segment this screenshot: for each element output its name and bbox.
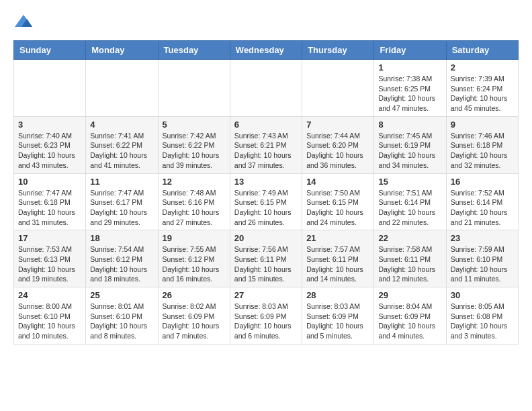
day-info: Sunrise: 8:00 AM Sunset: 6:10 PM Dayligh… <box>18 302 81 341</box>
day-info: Sunrise: 7:50 AM Sunset: 6:15 PM Dayligh… <box>306 188 369 228</box>
day-number: 10 <box>18 177 81 187</box>
calendar-cell: 20Sunrise: 7:56 AM Sunset: 6:11 PM Dayli… <box>230 230 302 287</box>
calendar-cell: 14Sunrise: 7:50 AM Sunset: 6:15 PM Dayli… <box>302 173 374 230</box>
calendar-cell: 18Sunrise: 7:54 AM Sunset: 6:12 PM Dayli… <box>86 230 158 287</box>
day-info: Sunrise: 7:59 AM Sunset: 6:10 PM Dayligh… <box>451 244 514 284</box>
day-of-week-header: Saturday <box>446 41 518 60</box>
day-number: 18 <box>90 233 153 243</box>
day-of-week-header: Tuesday <box>158 41 230 60</box>
calendar-cell: 23Sunrise: 7:59 AM Sunset: 6:10 PM Dayli… <box>446 230 518 287</box>
day-info: Sunrise: 7:51 AM Sunset: 6:14 PM Dayligh… <box>378 188 441 228</box>
day-info: Sunrise: 7:46 AM Sunset: 6:18 PM Dayligh… <box>451 131 514 171</box>
day-of-week-header: Monday <box>86 41 158 60</box>
day-of-week-header: Wednesday <box>230 41 302 60</box>
day-number: 4 <box>90 120 153 130</box>
day-number: 22 <box>378 233 441 243</box>
day-number: 21 <box>306 233 369 243</box>
day-info: Sunrise: 7:41 AM Sunset: 6:22 PM Dayligh… <box>90 131 153 171</box>
calendar-cell: 4Sunrise: 7:41 AM Sunset: 6:22 PM Daylig… <box>86 116 158 173</box>
day-number: 13 <box>234 177 298 187</box>
calendar-cell: 2Sunrise: 7:39 AM Sunset: 6:24 PM Daylig… <box>446 60 518 117</box>
day-info: Sunrise: 7:44 AM Sunset: 6:20 PM Dayligh… <box>306 131 369 171</box>
day-number: 20 <box>234 233 298 243</box>
day-of-week-header: Sunday <box>14 41 86 60</box>
day-info: Sunrise: 8:04 AM Sunset: 6:09 PM Dayligh… <box>378 302 441 341</box>
calendar-cell: 21Sunrise: 7:57 AM Sunset: 6:11 PM Dayli… <box>302 230 374 287</box>
day-number: 24 <box>18 290 81 300</box>
logo <box>13 13 37 34</box>
calendar-cell: 26Sunrise: 8:02 AM Sunset: 6:09 PM Dayli… <box>158 287 230 345</box>
calendar-cell: 19Sunrise: 7:55 AM Sunset: 6:12 PM Dayli… <box>158 230 230 287</box>
day-info: Sunrise: 7:58 AM Sunset: 6:11 PM Dayligh… <box>378 244 441 284</box>
day-number: 29 <box>378 290 441 300</box>
day-number: 11 <box>90 177 153 187</box>
calendar-cell: 9Sunrise: 7:46 AM Sunset: 6:18 PM Daylig… <box>446 116 518 173</box>
day-number: 6 <box>234 120 298 130</box>
calendar-cell <box>14 60 86 117</box>
day-info: Sunrise: 7:53 AM Sunset: 6:13 PM Dayligh… <box>18 244 81 284</box>
calendar-cell: 24Sunrise: 8:00 AM Sunset: 6:10 PM Dayli… <box>14 287 86 345</box>
day-number: 16 <box>451 177 514 187</box>
day-info: Sunrise: 7:48 AM Sunset: 6:16 PM Dayligh… <box>163 188 226 228</box>
calendar-week-row: 3Sunrise: 7:40 AM Sunset: 6:23 PM Daylig… <box>14 116 519 173</box>
calendar-cell: 7Sunrise: 7:44 AM Sunset: 6:20 PM Daylig… <box>302 116 374 173</box>
calendar-cell: 30Sunrise: 8:05 AM Sunset: 6:08 PM Dayli… <box>446 287 518 345</box>
day-info: Sunrise: 7:43 AM Sunset: 6:21 PM Dayligh… <box>234 131 298 171</box>
day-number: 30 <box>451 290 514 300</box>
day-info: Sunrise: 8:05 AM Sunset: 6:08 PM Dayligh… <box>451 302 514 341</box>
calendar-week-row: 1Sunrise: 7:38 AM Sunset: 6:25 PM Daylig… <box>14 60 519 117</box>
day-number: 9 <box>451 120 514 130</box>
calendar-cell: 28Sunrise: 8:03 AM Sunset: 6:09 PM Dayli… <box>302 287 374 345</box>
day-number: 2 <box>451 62 514 73</box>
calendar-cell: 3Sunrise: 7:40 AM Sunset: 6:23 PM Daylig… <box>14 116 86 173</box>
calendar-cell <box>86 60 158 117</box>
day-number: 23 <box>451 233 514 243</box>
day-number: 7 <box>306 120 369 130</box>
day-info: Sunrise: 7:39 AM Sunset: 6:24 PM Dayligh… <box>451 74 514 113</box>
day-number: 19 <box>163 233 226 243</box>
day-info: Sunrise: 8:03 AM Sunset: 6:09 PM Dayligh… <box>306 302 369 341</box>
day-info: Sunrise: 7:57 AM Sunset: 6:11 PM Dayligh… <box>306 244 369 284</box>
day-number: 28 <box>306 290 369 300</box>
day-info: Sunrise: 8:02 AM Sunset: 6:09 PM Dayligh… <box>163 302 226 341</box>
day-info: Sunrise: 7:54 AM Sunset: 6:12 PM Dayligh… <box>90 244 153 284</box>
day-number: 1 <box>378 62 441 73</box>
day-number: 26 <box>163 290 226 300</box>
calendar-header-row: SundayMondayTuesdayWednesdayThursdayFrid… <box>14 41 519 60</box>
calendar-cell: 12Sunrise: 7:48 AM Sunset: 6:16 PM Dayli… <box>158 173 230 230</box>
page-header <box>13 13 519 34</box>
calendar-cell: 16Sunrise: 7:52 AM Sunset: 6:14 PM Dayli… <box>446 173 518 230</box>
calendar-cell: 29Sunrise: 8:04 AM Sunset: 6:09 PM Dayli… <box>374 287 446 345</box>
calendar-cell: 17Sunrise: 7:53 AM Sunset: 6:13 PM Dayli… <box>14 230 86 287</box>
day-number: 17 <box>18 233 81 243</box>
calendar-cell <box>158 60 230 117</box>
day-info: Sunrise: 8:03 AM Sunset: 6:09 PM Dayligh… <box>234 302 298 341</box>
calendar-cell: 13Sunrise: 7:49 AM Sunset: 6:15 PM Dayli… <box>230 173 302 230</box>
calendar-cell: 1Sunrise: 7:38 AM Sunset: 6:25 PM Daylig… <box>374 60 446 117</box>
day-info: Sunrise: 8:01 AM Sunset: 6:10 PM Dayligh… <box>90 302 153 341</box>
day-number: 5 <box>163 120 226 130</box>
calendar-cell: 5Sunrise: 7:42 AM Sunset: 6:22 PM Daylig… <box>158 116 230 173</box>
day-info: Sunrise: 7:40 AM Sunset: 6:23 PM Dayligh… <box>18 131 81 171</box>
day-info: Sunrise: 7:55 AM Sunset: 6:12 PM Dayligh… <box>163 244 226 284</box>
calendar-cell: 22Sunrise: 7:58 AM Sunset: 6:11 PM Dayli… <box>374 230 446 287</box>
day-info: Sunrise: 7:52 AM Sunset: 6:14 PM Dayligh… <box>451 188 514 228</box>
calendar-cell: 8Sunrise: 7:45 AM Sunset: 6:19 PM Daylig… <box>374 116 446 173</box>
calendar: SundayMondayTuesdayWednesdayThursdayFrid… <box>13 40 519 345</box>
day-number: 12 <box>163 177 226 187</box>
calendar-cell: 27Sunrise: 8:03 AM Sunset: 6:09 PM Dayli… <box>230 287 302 345</box>
day-number: 27 <box>234 290 298 300</box>
calendar-week-row: 17Sunrise: 7:53 AM Sunset: 6:13 PM Dayli… <box>14 230 519 287</box>
day-info: Sunrise: 7:56 AM Sunset: 6:11 PM Dayligh… <box>234 244 298 284</box>
day-info: Sunrise: 7:42 AM Sunset: 6:22 PM Dayligh… <box>163 131 226 171</box>
calendar-cell: 10Sunrise: 7:47 AM Sunset: 6:18 PM Dayli… <box>14 173 86 230</box>
day-number: 25 <box>90 290 153 300</box>
calendar-cell <box>230 60 302 117</box>
day-info: Sunrise: 7:47 AM Sunset: 6:18 PM Dayligh… <box>18 188 81 228</box>
calendar-cell <box>302 60 374 117</box>
day-info: Sunrise: 7:47 AM Sunset: 6:17 PM Dayligh… <box>90 188 153 228</box>
calendar-cell: 25Sunrise: 8:01 AM Sunset: 6:10 PM Dayli… <box>86 287 158 345</box>
calendar-cell: 11Sunrise: 7:47 AM Sunset: 6:17 PM Dayli… <box>86 173 158 230</box>
day-info: Sunrise: 7:49 AM Sunset: 6:15 PM Dayligh… <box>234 188 298 228</box>
day-number: 14 <box>306 177 369 187</box>
